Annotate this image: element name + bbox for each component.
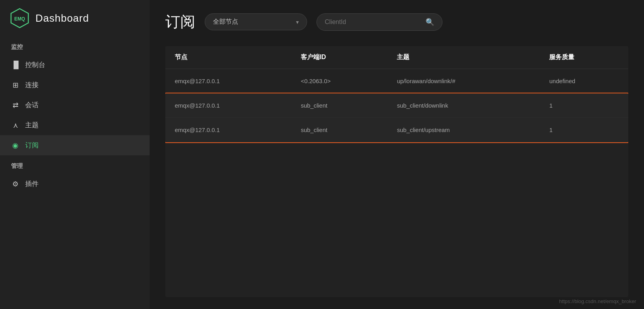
fork-icon: ⋏ [11,121,20,130]
app-title: Dashboard [35,12,89,24]
client-id-search-box[interactable]: 🔍 [316,13,442,31]
chevron-down-icon: ▾ [296,19,299,25]
logo-area: EMQ Dashboard [0,0,150,36]
main-content: 订阅 全部节点 ▾ 🔍 节点 客户端ID 主题 服务质量 emqx@127.0.… [150,0,644,309]
table-row: emqx@127.0.0.1sub_clientsub_client/downl… [165,93,628,118]
page-title: 订阅 [165,12,195,32]
subscriptions-table-container: 节点 客户端ID 主题 服务质量 emqx@127.0.0.1<0.2063.0… [165,46,628,297]
col-client-id: 客户端ID [291,46,387,69]
arrows-icon: ⇄ [11,101,20,110]
col-qos: 服务质量 [540,46,628,69]
cell-node: emqx@127.0.0.1 [165,69,291,93]
sidebar: EMQ Dashboard 监控 ▐▌ 控制台 ⊞ 连接 ⇄ 会话 ⋏ 主题 ◉… [0,0,150,309]
sidebar-item-console-label: 控制台 [25,60,45,69]
sidebar-item-plugins-label: 插件 [25,179,39,188]
sidebar-item-connections-label: 连接 [25,80,39,89]
sidebar-item-subscriptions-label: 订阅 [25,141,39,150]
cell-client-id: sub_client [291,93,387,118]
cell-client-id: sub_client [291,118,387,142]
cell-topic: sub_client/downlink [387,93,540,118]
section-monitor-label: 监控 [0,36,150,55]
grid-icon: ⊞ [11,81,20,89]
cell-qos: 1 [540,118,628,142]
bar-chart-icon: ▐▌ [11,61,20,69]
node-select-dropdown[interactable]: 全部节点 ▾ [205,13,307,30]
subscriptions-table: 节点 客户端ID 主题 服务质量 emqx@127.0.0.1<0.2063.0… [165,46,628,142]
cell-qos: 1 [540,93,628,118]
table-row: emqx@127.0.0.1sub_clientsub_client/upstr… [165,118,628,142]
page-header: 订阅 全部节点 ▾ 🔍 [165,12,628,32]
search-icon: 🔍 [426,18,434,26]
plug-icon: ⚙ [11,180,20,188]
table-row: emqx@127.0.0.1<0.2063.0>up/lorawan/downl… [165,69,628,93]
table-header-row: 节点 客户端ID 主题 服务质量 [165,46,628,69]
cell-topic: up/lorawan/downlink/# [387,69,540,93]
section-manage-label: 管理 [0,155,150,174]
sidebar-item-sessions[interactable]: ⇄ 会话 [0,95,150,115]
sidebar-item-connections[interactable]: ⊞ 连接 [0,75,150,95]
cell-qos: undefined [540,69,628,93]
sidebar-item-topics-label: 主题 [25,121,39,130]
cell-client-id: <0.2063.0> [291,69,387,93]
cell-node: emqx@127.0.0.1 [165,93,291,118]
cell-topic: sub_client/upstream [387,118,540,142]
col-node: 节点 [165,46,291,69]
sidebar-item-console[interactable]: ▐▌ 控制台 [0,55,150,75]
client-id-search-input[interactable] [325,19,421,26]
footer-url: https://blog.csdn.net/emqx_broker [559,298,636,304]
col-topic: 主题 [387,46,540,69]
sidebar-item-topics[interactable]: ⋏ 主题 [0,115,150,135]
rss-icon: ◉ [11,141,20,150]
emq-logo-icon: EMQ [9,8,30,28]
svg-text:EMQ: EMQ [14,16,25,22]
sidebar-item-plugins[interactable]: ⚙ 插件 [0,174,150,194]
cell-node: emqx@127.0.0.1 [165,118,291,142]
sidebar-item-subscriptions[interactable]: ◉ 订阅 [0,135,150,155]
sidebar-item-sessions-label: 会话 [25,101,39,110]
node-select-value: 全部节点 [213,18,238,26]
